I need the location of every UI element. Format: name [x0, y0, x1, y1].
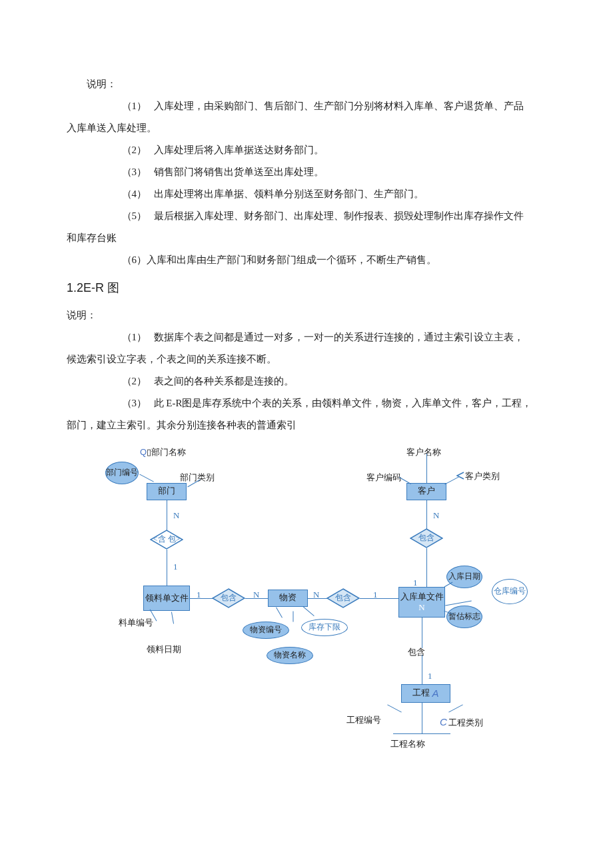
list2-item2: （2）表之间的各种关系都是连接的。 [67, 370, 546, 392]
list2-num1: （1） [122, 326, 154, 348]
rec-no-label: 料单编号 [119, 618, 153, 628]
receipt-entity: 领料单文件 [143, 586, 190, 611]
material-entity: 物资 [268, 590, 308, 607]
material-name-ellipse: 物资名称 [267, 647, 313, 664]
cust-entity: 客户 [406, 483, 446, 500]
list1-num3: （3） [122, 161, 154, 183]
stock-min-ellipse: 库存下限 [301, 619, 348, 636]
cust-name-label: 客户名称 [406, 443, 441, 462]
list2-item3-line2: 部门，建立主索引。其余分别连接各种表的普通索引 [67, 414, 546, 436]
card-n-2: N [253, 586, 259, 605]
in-date-ellipse: 入库日期 [446, 566, 482, 588]
project-entity: 工程 A [401, 684, 450, 703]
list2-item1-line1: （1）数据库个表之间都是通过一对多，一对一的关系进行连接的，通过主索引设立主表， [67, 326, 546, 348]
list1-item4: （4）出库处理将出库单据、领料单分别送至财务部门、生产部门。 [67, 183, 546, 205]
card-1-5: 1 [428, 667, 432, 686]
section-title: 1.2E-R 图 [67, 275, 546, 302]
card-1-3: 1 [373, 586, 378, 605]
list1-item1-line1: （1）入库处理，由采购部门、售后部门、生产部门分别将材料入库单、客户退货单、产品 [67, 95, 546, 117]
list1-num4: （4） [122, 183, 154, 205]
rel-contain-4: 包含 [410, 528, 443, 548]
list1-num5: （5） [122, 205, 154, 227]
list1-text4: 出库处理将出库单据、领料单分别送至财务部门、生产部门。 [154, 189, 424, 199]
card-1-1: 1 [173, 558, 178, 577]
dept-code-ellipse: 部门编号 [105, 462, 139, 484]
inbound-entity: 入库单文件 N [398, 587, 445, 618]
intro-label: 说明： [67, 73, 546, 95]
rec-date-label: 领料日期 [147, 640, 181, 659]
card-n-3: N [313, 586, 319, 605]
rel-contain-2: 包含 [212, 588, 245, 608]
list1-text3: 销售部门将销售出货单送至出库处理。 [154, 167, 324, 177]
rel-contain-5: 包含 [408, 643, 425, 662]
list2-text2: 表之间的各种关系都是连接的。 [154, 376, 294, 386]
card-1-2: 1 [197, 586, 201, 605]
card-n-4: N [433, 506, 439, 526]
proj-type-label: C工程类别 [440, 711, 483, 733]
dept-entity: 部门 [147, 483, 187, 500]
list2-num2: （2） [122, 370, 154, 392]
material-no-ellipse: 物资编号 [243, 622, 289, 639]
card-1-4: 1 [413, 574, 418, 593]
list2-item3-line1: （3）此 E-R图是库存系统中个表的关系，由领料单文件，物资，入库单文件，客户，… [67, 392, 546, 414]
list1-item6: （6）入库和出库由生产部门和财务部门组成一个循环，不断生产销售。 [67, 249, 546, 271]
wh-no-ellipse: 仓库编号 [492, 579, 528, 604]
proj-name-label: 工程名称 [390, 735, 425, 754]
rel-contain-1: <含 包> [150, 530, 183, 550]
intro2-label: 说明： [67, 304, 546, 326]
tmp-flag-ellipse: 暂估标志 [446, 606, 482, 628]
card-n-1: N [173, 506, 179, 526]
cust-code-label: 客户编码 [366, 468, 401, 488]
list2-text1: 数据库个表之间都是通过一对多，一对一的关系进行连接的，通过主索引设立主表， [154, 332, 524, 342]
cust-type-label: 客户类别 [456, 467, 500, 486]
list1-num2: （2） [122, 139, 154, 161]
list1-item2: （2）入库处理后将入库单据送达财务部门。 [67, 139, 546, 161]
list1-item5-line1: （5）最后根据入库处理、财务部门、出库处理、制作报表、损毁处理制作出库存操作文件 [67, 205, 546, 227]
list1-item5-line2: 和库存台账 [67, 227, 546, 249]
list1-text5: 最后根据入库处理、财务部门、出库处理、制作报表、损毁处理制作出库存操作文件 [154, 211, 524, 221]
list2-text3: 此 E-R图是库存系统中个表的关系，由领料单文件，物资，入库单文件，客户，工程， [154, 398, 532, 408]
list2-item1-line2: 候选索引设立字表，个表之间的关系连接不断。 [67, 348, 546, 370]
list1-text1: 入库处理，由采购部门、售后部门、生产部门分别将材料入库单、客户退货单、产品 [154, 101, 524, 111]
proj-no-label: 工程编号 [346, 711, 381, 730]
list1-item3: （3）销售部门将销售出货单送至出库处理。 [67, 161, 546, 183]
list1-item1-line2: 入库单送入库处理。 [67, 117, 546, 139]
list1-text2: 入库处理后将入库单据送达财务部门。 [154, 145, 324, 155]
list2-num3: （3） [122, 392, 154, 414]
er-diagram: Q▯部门名称 部门编号 部门类别 部门 N <含 包> 1 领料单文件 料单编号… [67, 443, 546, 763]
rel-contain-3: 包含 [326, 588, 360, 608]
list1-num1: （1） [122, 95, 154, 117]
